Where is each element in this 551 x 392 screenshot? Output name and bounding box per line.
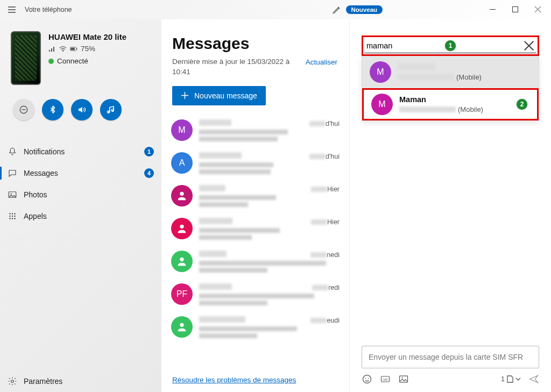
nav-settings[interactable]: Paramètres: [0, 370, 161, 392]
compose-panel: 1 M (Mobile)MMaman (Mobile)2 Envoyer un …: [350, 19, 551, 392]
conversation-item[interactable]: eudi: [161, 311, 349, 344]
nav-label: Photos: [24, 190, 154, 199]
refresh-link[interactable]: Actualiser: [306, 57, 337, 66]
search-box-highlight: 1: [362, 35, 539, 56]
svg-point-23: [180, 323, 183, 326]
avatar: [171, 218, 193, 239]
svg-point-16: [9, 218, 10, 219]
new-message-button[interactable]: Nouveau message: [172, 86, 266, 105]
nav-messages[interactable]: Messages 4: [0, 162, 161, 184]
svg-point-26: [368, 378, 369, 379]
volume-button[interactable]: [71, 99, 93, 120]
svg-rect-3: [70, 47, 75, 49]
svg-text:GIF: GIF: [383, 378, 388, 381]
search-result[interactable]: MMaman (Mobile)2: [362, 88, 539, 120]
result-sub: (Mobile): [398, 73, 531, 81]
conversation-item[interactable]: PFredi: [161, 278, 349, 311]
image-button[interactable]: [398, 374, 409, 384]
messages-title: Messages: [172, 34, 337, 53]
menu-button[interactable]: [2, 0, 22, 19]
svg-point-24: [363, 375, 371, 383]
bell-icon: [8, 147, 17, 156]
result-name: [398, 63, 531, 72]
app-title: Votre téléphone: [25, 6, 72, 13]
minimize-button[interactable]: [481, 1, 504, 18]
conversation-item[interactable]: Md'hui: [161, 114, 349, 147]
music-button[interactable]: [100, 99, 122, 120]
nav-calls[interactable]: Appels: [0, 205, 161, 227]
message-preview-redacted: [199, 228, 280, 233]
message-time: d'hui: [306, 153, 340, 160]
avatar: [171, 251, 193, 272]
conversation-item[interactable]: nedi: [161, 245, 349, 278]
conversation-list: Md'huiAd'huiHierHiernediPFredieudi: [161, 114, 349, 367]
contact-name-redacted: [199, 119, 231, 126]
dnd-button[interactable]: [13, 99, 34, 120]
compose-placeholder: Envoyer un message depuis la carte SIM S…: [369, 353, 523, 361]
connection-status: Connecté: [48, 57, 126, 65]
contact-name-redacted: [199, 218, 232, 224]
contact-name-redacted: [199, 283, 232, 290]
close-button[interactable]: [526, 1, 549, 18]
troubleshoot-link[interactable]: Résoudre les problèmes de messages: [172, 376, 296, 384]
search-result[interactable]: M (Mobile): [362, 56, 539, 88]
window-controls: [481, 1, 549, 18]
status-dot-icon: [48, 59, 54, 64]
photo-icon: [8, 190, 17, 199]
avatar: [171, 316, 193, 338]
svg-rect-4: [76, 48, 77, 49]
avatar: PF: [171, 283, 193, 305]
maximize-button[interactable]: [504, 1, 526, 18]
conversation-item[interactable]: Hier: [161, 180, 349, 212]
action-buttons: [0, 90, 161, 130]
new-badge[interactable]: Nouveau: [346, 5, 383, 14]
annotation-badge-1: 1: [445, 40, 456, 51]
titlebar: Votre téléphone Nouveau: [0, 0, 551, 19]
last-updated: Dernière mise à jour le 15/03/2022 à 10:…: [172, 57, 306, 77]
signal-icon: [48, 46, 56, 52]
gear-icon: [8, 376, 17, 386]
svg-point-14: [12, 216, 13, 217]
clear-search-button[interactable]: [524, 40, 534, 51]
nav-label: Messages: [24, 169, 138, 177]
phone-image: [11, 31, 41, 85]
svg-point-12: [14, 213, 15, 214]
phone-info-block: HUAWEI Mate 20 lite 75% Connecté: [0, 19, 161, 90]
compose-input[interactable]: Envoyer un message depuis la carte SIM S…: [362, 346, 539, 368]
svg-point-30: [401, 377, 402, 378]
emoji-button[interactable]: [362, 374, 372, 384]
avatar: [171, 185, 193, 206]
avatar: M: [171, 119, 193, 141]
svg-point-19: [11, 380, 14, 383]
svg-rect-29: [400, 376, 408, 382]
conversation-item[interactable]: Hier: [161, 212, 349, 245]
svg-point-11: [12, 213, 13, 214]
gif-button[interactable]: GIF: [380, 374, 391, 384]
message-time: Hier: [308, 186, 340, 193]
contact-name-redacted: [199, 185, 225, 191]
avatar: M: [370, 61, 391, 83]
status-text: Connecté: [57, 57, 88, 65]
nav-list: Notifications 1 Messages 4 Photos Appels: [0, 141, 161, 227]
send-button[interactable]: [528, 374, 539, 384]
sim-selector[interactable]: 1: [501, 375, 521, 383]
nav-label: Notifications: [24, 147, 138, 156]
svg-point-18: [14, 218, 15, 219]
message-preview-redacted: [199, 261, 326, 266]
customize-icon[interactable]: [332, 5, 342, 15]
badge: 1: [144, 147, 154, 156]
nav-photos[interactable]: Photos: [0, 184, 161, 205]
nav-notifications[interactable]: Notifications 1: [0, 141, 161, 162]
result-name: Maman: [399, 95, 529, 104]
message-preview-redacted: [199, 130, 288, 134]
result-sub: (Mobile): [399, 105, 529, 113]
message-time: eudi: [307, 317, 340, 324]
message-preview-redacted: [199, 195, 276, 200]
conversation-item[interactable]: Ad'hui: [161, 147, 349, 180]
svg-point-22: [180, 257, 183, 261]
nav-label: Appels: [24, 212, 154, 220]
message-preview-redacted: [199, 294, 314, 298]
message-preview-redacted: [199, 326, 297, 331]
bluetooth-button[interactable]: [42, 99, 63, 120]
svg-point-17: [12, 218, 13, 219]
